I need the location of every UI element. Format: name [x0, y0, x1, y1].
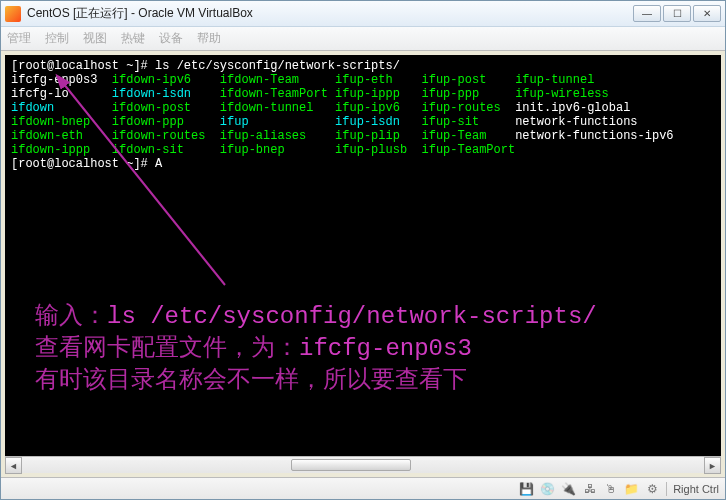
annot-desc2: 有时该目录名称会不一样，所以要查看下	[35, 364, 597, 394]
usb-icon[interactable]: 🔌	[561, 481, 576, 496]
menu-hotkey[interactable]: 热键	[121, 30, 145, 47]
menu-control[interactable]: 控制	[45, 30, 69, 47]
vm-window: CentOS [正在运行] - Oracle VM VirtualBox — ☐…	[0, 0, 726, 500]
settings-icon[interactable]: ⚙	[645, 481, 660, 496]
scroll-left-button[interactable]: ◄	[5, 457, 22, 474]
menu-view[interactable]: 视图	[83, 30, 107, 47]
maximize-button[interactable]: ☐	[663, 5, 691, 22]
mouse-icon[interactable]: 🖱	[603, 481, 618, 496]
menu-devices[interactable]: 设备	[159, 30, 183, 47]
hostkey-indicator: Right Ctrl	[673, 483, 719, 495]
menu-manage[interactable]: 管理	[7, 30, 31, 47]
titlebar[interactable]: CentOS [正在运行] - Oracle VM VirtualBox — ☐…	[1, 1, 725, 27]
optical-icon[interactable]: 💿	[540, 481, 555, 496]
scroll-thumb[interactable]	[291, 459, 411, 471]
minimize-button[interactable]: —	[633, 5, 661, 22]
app-icon	[5, 6, 21, 22]
disk-icon[interactable]: 💾	[519, 481, 534, 496]
annot-desc1: 查看网卡配置文件，为：	[35, 334, 299, 360]
horizontal-scrollbar[interactable]: ◄ ►	[5, 456, 721, 473]
statusbar-separator	[666, 482, 667, 496]
network-icon[interactable]: 🖧	[582, 481, 597, 496]
window-title: CentOS [正在运行] - Oracle VM VirtualBox	[27, 5, 633, 22]
menu-help[interactable]: 帮助	[197, 30, 221, 47]
annot-filename: ifcfg-enp0s3	[299, 335, 472, 362]
statusbar: 💾 💿 🔌 🖧 🖱 📁 ⚙ Right Ctrl	[1, 477, 725, 499]
close-button[interactable]: ✕	[693, 5, 721, 22]
menubar[interactable]: 管理 控制 视图 热键 设备 帮助	[1, 27, 725, 51]
annot-input-label: 输入：	[35, 302, 107, 328]
annot-command: ls /etc/sysconfig/network-scripts/	[107, 303, 597, 330]
annotation-text: 输入：ls /etc/sysconfig/network-scripts/ 查看…	[35, 300, 597, 394]
terminal[interactable]: [root@localhost ~]# ls /etc/sysconfig/ne…	[5, 55, 721, 175]
content-area: [root@localhost ~]# ls /etc/sysconfig/ne…	[1, 51, 725, 477]
terminal-viewport[interactable]: [root@localhost ~]# ls /etc/sysconfig/ne…	[5, 55, 721, 456]
shared-folder-icon[interactable]: 📁	[624, 481, 639, 496]
scroll-right-button[interactable]: ►	[704, 457, 721, 474]
